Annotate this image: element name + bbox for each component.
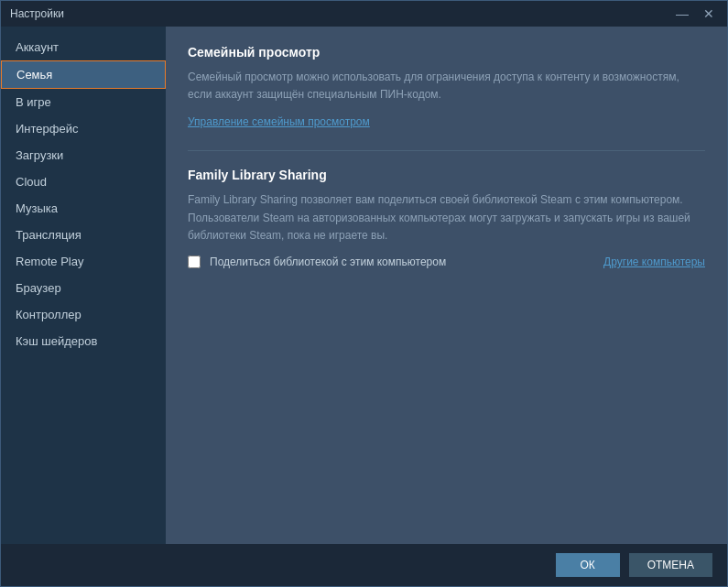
library-sharing-section: Family Library Sharing Family Library Sh… (188, 168, 705, 268)
sidebar-item-remoteplay[interactable]: Remote Play (1, 248, 166, 275)
library-sharing-title: Family Library Sharing (188, 168, 705, 182)
share-library-checkbox[interactable] (188, 255, 201, 268)
sidebar-item-controller[interactable]: Контроллер (1, 301, 166, 328)
family-view-section: Семейный просмотр Семейный просмотр можн… (188, 45, 705, 128)
sidebar-item-music[interactable]: Музыка (1, 195, 166, 222)
sidebar-item-downloads[interactable]: Загрузки (1, 142, 166, 168)
sidebar-item-cloud[interactable]: Cloud (1, 168, 166, 195)
close-button[interactable]: ✕ (700, 6, 718, 21)
footer: ОК ОТМЕНА (1, 544, 727, 586)
cancel-button[interactable]: ОТМЕНА (629, 553, 712, 577)
other-computers-link[interactable]: Другие компьютеры (603, 255, 705, 268)
window-title: Настройки (10, 7, 64, 20)
sidebar-item-ingame[interactable]: В игре (1, 89, 166, 115)
main-content: АккаунтСемьяВ игреИнтерфейсЗагрузкиCloud… (1, 27, 727, 544)
section-divider (188, 150, 705, 151)
sidebar-item-broadcast[interactable]: Трансляция (1, 222, 166, 248)
family-view-desc: Семейный просмотр можно использовать для… (188, 69, 705, 103)
title-bar-controls: — ✕ (672, 6, 718, 21)
share-library-row: Поделиться библиотекой с этим компьютеро… (188, 255, 705, 268)
settings-window: Настройки — ✕ АккаунтСемьяВ игреИнтерфей… (0, 0, 728, 587)
share-library-label: Поделиться библиотекой с этим компьютеро… (210, 255, 446, 268)
sidebar-item-account[interactable]: Аккаунт (1, 34, 166, 60)
sidebar-item-interface[interactable]: Интерфейс (1, 115, 166, 142)
content-area: Семейный просмотр Семейный просмотр можн… (166, 27, 727, 544)
manage-family-link[interactable]: Управление семейным просмотром (188, 115, 370, 128)
sidebar-item-shadercache[interactable]: Кэш шейдеров (1, 328, 166, 354)
title-bar: Настройки — ✕ (1, 1, 727, 27)
library-sharing-desc: Family Library Sharing позволяет вам под… (188, 191, 705, 245)
sidebar: АккаунтСемьяВ игреИнтерфейсЗагрузкиCloud… (1, 27, 166, 544)
family-view-title: Семейный просмотр (188, 45, 705, 60)
ok-button[interactable]: ОК (556, 553, 620, 577)
sidebar-item-browser[interactable]: Браузер (1, 275, 166, 301)
minimize-button[interactable]: — (672, 6, 692, 21)
sidebar-item-family[interactable]: Семья (1, 60, 166, 89)
